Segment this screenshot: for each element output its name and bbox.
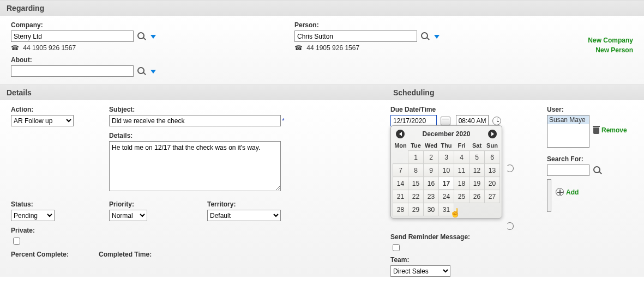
calendar-day[interactable]: 30 <box>424 203 439 216</box>
private-checkbox[interactable] <box>13 238 20 245</box>
person-label: Person: <box>294 21 458 29</box>
calendar-day[interactable]: 14 <box>393 177 408 190</box>
completed-label: Completed Time: <box>99 251 152 258</box>
calendar-day[interactable]: 9 <box>424 164 439 177</box>
user-label: User: <box>547 106 640 113</box>
status-select[interactable]: Pending <box>11 210 55 221</box>
person-phone: 44 1905 926 1567 <box>306 44 359 52</box>
calendar-empty <box>393 151 408 164</box>
priority-label: Priority: <box>109 200 191 208</box>
calendar-day[interactable]: 18 <box>454 177 470 190</box>
chevron-down-icon[interactable] <box>151 35 156 39</box>
calendar-day[interactable]: 3 <box>439 151 454 164</box>
company-input[interactable] <box>11 31 134 42</box>
phone-icon: ☎ <box>294 44 303 52</box>
prev-month-button[interactable] <box>396 130 405 138</box>
reminder-checkbox[interactable] <box>393 244 400 251</box>
add-link[interactable]: Add <box>566 188 579 196</box>
territory-label: Territory: <box>207 200 281 208</box>
calendar-day[interactable]: 23 <box>424 190 439 203</box>
calendar-empty <box>485 203 500 216</box>
calendar-day[interactable]: 10 <box>439 164 454 177</box>
calendar-day[interactable]: 31 <box>439 203 454 216</box>
subject-input[interactable] <box>109 115 281 126</box>
calendar-day[interactable]: 19 <box>470 177 485 190</box>
person-input[interactable] <box>294 31 417 42</box>
private-label: Private: <box>11 227 380 234</box>
calendar-day[interactable]: 12 <box>470 164 485 177</box>
new-person-link[interactable]: New Person <box>588 46 633 54</box>
calendar-day[interactable]: 17 <box>439 177 454 190</box>
calendar-day[interactable]: 26 <box>470 190 485 203</box>
search-icon[interactable] <box>593 166 602 175</box>
calendar-day[interactable]: 20 <box>485 177 500 190</box>
search-results-scroll[interactable] <box>547 179 551 212</box>
calendar-day[interactable]: 29 <box>408 203 424 216</box>
calendar-day[interactable]: 2 <box>424 151 439 164</box>
regarding-header: Regarding <box>0 0 644 16</box>
team-select[interactable]: Direct Sales <box>390 265 450 277</box>
due-time-input[interactable] <box>456 115 489 126</box>
calendar-day[interactable]: 11 <box>454 164 470 177</box>
details-textarea[interactable]: He told me on 12/17 that the check was o… <box>109 141 281 191</box>
scheduling-header: Scheduling <box>387 84 644 100</box>
required-star: * <box>282 117 285 125</box>
search-icon[interactable] <box>137 67 146 76</box>
action-label: Action: <box>11 106 93 113</box>
due-date-input[interactable] <box>390 115 437 126</box>
company-phone: 44 1905 926 1567 <box>23 44 76 52</box>
search-for-label: Search For: <box>547 155 640 163</box>
about-input[interactable] <box>11 65 134 77</box>
search-for-input[interactable] <box>547 165 589 176</box>
subject-label: Subject: <box>109 106 380 113</box>
reminder-label: Send Reminder Message: <box>390 233 540 241</box>
chevron-down-icon[interactable] <box>434 35 440 39</box>
calendar-day[interactable]: 13 <box>485 164 500 177</box>
next-month-button[interactable] <box>488 130 497 138</box>
priority-select[interactable]: Normal <box>109 210 147 221</box>
calendar-day[interactable]: 22 <box>408 190 424 203</box>
calendar-day[interactable]: 27 <box>485 190 500 203</box>
calendar-day[interactable]: 25 <box>454 190 470 203</box>
remove-link[interactable]: Remove <box>601 126 627 134</box>
action-select[interactable]: AR Follow up <box>11 115 74 126</box>
phone-icon: ☎ <box>11 44 19 52</box>
user-list-item[interactable]: Susan Maye <box>547 115 589 124</box>
search-icon[interactable] <box>137 32 146 41</box>
team-label: Team: <box>390 256 540 264</box>
calendar-day[interactable]: 21 <box>393 190 408 203</box>
status-label: Status: <box>11 200 93 208</box>
calendar-empty <box>454 203 470 216</box>
about-label: About: <box>11 56 174 64</box>
plus-icon[interactable] <box>556 188 564 196</box>
calendar-icon[interactable] <box>441 117 450 125</box>
calendar-dow: Wed <box>424 141 439 151</box>
user-listbox[interactable]: Susan Maye <box>547 115 589 148</box>
calendar-day[interactable]: 6 <box>485 151 500 164</box>
calendar-day[interactable]: 28 <box>393 203 408 216</box>
calendar-day[interactable]: 1 <box>408 151 424 164</box>
clock-icon[interactable] <box>492 117 501 125</box>
details-body: Action: AR Follow up Subject: * Details:… <box>0 100 390 277</box>
calendar-dow: Thu <box>439 141 454 151</box>
calendar-dow: Sun <box>485 141 500 151</box>
calendar-day[interactable]: 4 <box>454 151 470 164</box>
company-label: Company: <box>11 21 174 29</box>
calendar-day[interactable]: 8 <box>408 164 424 177</box>
recurrence-icon[interactable] <box>506 165 515 173</box>
regarding-body: Company: ☎ 44 1905 926 1567 About: Perso… <box>0 16 644 84</box>
calendar-grid: MonTueWedThuFriSatSun 123456789101112131… <box>393 141 500 216</box>
details-label: Details: <box>109 132 380 139</box>
trash-icon[interactable] <box>593 126 600 134</box>
scheduling-body: Due Date/Time December 2020 MonTueWedThu… <box>390 100 644 277</box>
territory-select[interactable]: Default <box>207 210 281 221</box>
new-company-link[interactable]: New Company <box>588 36 633 44</box>
search-icon[interactable] <box>421 32 430 41</box>
calendar-day[interactable]: 5 <box>470 151 485 164</box>
calendar-day[interactable]: 24 <box>439 190 454 203</box>
calendar-day[interactable]: 16 <box>424 177 439 190</box>
recurrence-icon[interactable] <box>506 222 515 231</box>
calendar-day[interactable]: 15 <box>408 177 424 190</box>
calendar-day[interactable]: 7 <box>393 164 408 177</box>
chevron-down-icon[interactable] <box>151 70 156 74</box>
